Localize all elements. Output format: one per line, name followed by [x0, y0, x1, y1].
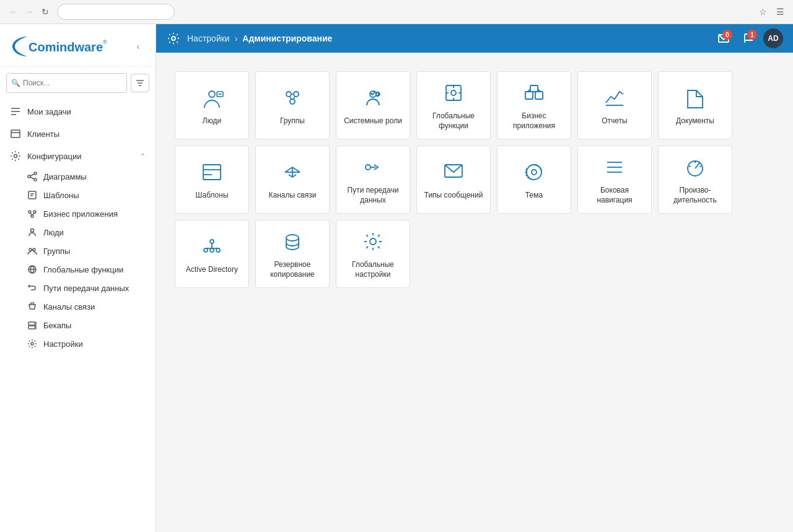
global-functions-icon-small [27, 264, 37, 274]
svg-point-48 [451, 90, 456, 95]
svg-line-74 [700, 166, 702, 167]
card-global-functions[interactable]: Глобальные функции [416, 71, 491, 139]
topbar-right: 0 1 AD [714, 28, 783, 48]
sidebar-logo-area: Comindware ® ‹ [0, 24, 156, 67]
card-reports[interactable]: Отчеты [577, 71, 652, 139]
svg-point-24 [31, 229, 34, 232]
sidebar-sub-label-backups: Бекапы [43, 321, 146, 330]
search-wrapper: 🔍 [6, 73, 127, 93]
sidebar-item-configurations[interactable]: Конфигурации ⌃ [0, 145, 156, 167]
sidebar-item-my-tasks[interactable]: Мои задачи [0, 100, 156, 123]
sidebar-sub-label-settings: Настройки [43, 339, 146, 349]
svg-point-31 [34, 323, 35, 325]
sidebar-item-clients[interactable]: Клиенты [0, 123, 156, 145]
forward-button[interactable]: → [22, 5, 36, 19]
svg-point-40 [294, 92, 299, 97]
sidebar-sub-item-groups[interactable]: Группы [27, 242, 156, 260]
main-content: Люди [156, 53, 793, 532]
sidebar-sub-label-business-apps: Бизнес приложения [43, 209, 146, 219]
system-roles-card-icon [359, 84, 387, 111]
card-channels[interactable]: Каналы связи [255, 146, 330, 214]
sidebar-sub-label-diagrams: Диаграммы [43, 172, 146, 181]
card-label-performance: Произво-дительность [664, 186, 727, 205]
card-label-channels: Каналы связи [269, 191, 317, 201]
templates-icon-small [27, 190, 37, 200]
card-people[interactable]: Люди [175, 71, 249, 139]
card-label-global-functions: Глобальные функции [422, 111, 485, 131]
card-performance[interactable]: Произво-дительность [658, 146, 732, 214]
sidebar-collapse-button[interactable]: ‹ [131, 39, 146, 54]
card-theme[interactable]: Тема [497, 146, 571, 214]
sidebar-sub-item-business-apps[interactable]: Бизнес приложения [27, 204, 156, 223]
search-input[interactable] [6, 73, 127, 93]
sidebar-sub-item-settings[interactable]: Настройки [27, 334, 156, 353]
card-templates[interactable]: Шаблоны [175, 146, 249, 214]
data-routes-card-icon [359, 154, 387, 181]
address-bar[interactable] [57, 4, 175, 20]
reports-card-icon [601, 84, 628, 111]
sidebar-sub-label-global-functions: Глобальные функции [43, 265, 146, 274]
svg-rect-53 [525, 92, 533, 99]
svg-point-10 [14, 155, 17, 158]
card-documents[interactable]: Документы [658, 71, 732, 139]
my-tasks-icon [10, 106, 21, 117]
groups-card-icon [279, 84, 306, 111]
sidebar-sub-item-data-routes[interactable]: Пути передачи данных [27, 279, 156, 297]
sidebar-sub-item-diagrams[interactable]: Диаграммы [27, 167, 156, 186]
backups-icon-small [27, 320, 37, 330]
sidebar-sub-item-backups[interactable]: Бекапы [27, 316, 156, 334]
card-label-active-directory: Active Directory [186, 265, 238, 275]
svg-point-34 [172, 37, 175, 40]
card-active-directory[interactable]: Active Directory [175, 220, 249, 288]
svg-rect-16 [28, 191, 36, 199]
nav-sub-configurations: Диаграммы Шаблоны Бизнес приложения Люди [0, 167, 156, 353]
settings-gear-icon [167, 32, 180, 45]
card-global-settings[interactable]: Глобальные настройки [336, 220, 410, 288]
svg-point-39 [286, 92, 291, 97]
logo: Comindware ® [10, 34, 109, 59]
flag-button[interactable]: 1 [738, 28, 758, 48]
svg-text:Comindware: Comindware [28, 40, 103, 54]
performance-card-icon [681, 154, 709, 181]
card-label-sidebar-nav: Боковая навигация [583, 186, 646, 205]
sidebar-sub-item-templates[interactable]: Шаблоны [27, 186, 156, 204]
user-avatar[interactable]: AD [763, 28, 783, 48]
grid-row-3: Active Directory Резервное копирование [175, 220, 774, 288]
sidebar-sub-item-people[interactable]: Люди [27, 223, 156, 242]
grid-row-2: Шаблоны Каналы связи [175, 146, 774, 214]
breadcrumb-settings[interactable]: Настройки [187, 33, 230, 43]
card-business-apps[interactable]: Бизнес приложения [497, 71, 571, 139]
card-message-types[interactable]: Типы сообщений [416, 146, 491, 214]
svg-point-20 [33, 211, 36, 213]
diagrams-icon [27, 172, 37, 181]
menu-button[interactable]: ☰ [773, 5, 787, 19]
svg-point-19 [28, 211, 31, 213]
card-backup[interactable]: Резервное копирование [255, 220, 330, 288]
sidebar-sub-item-global-functions[interactable]: Глобальные функции [27, 260, 156, 279]
mail-button[interactable]: 0 [714, 28, 734, 48]
card-groups[interactable]: Группы [255, 71, 330, 139]
admin-grid: Люди [175, 65, 774, 288]
configurations-chevron: ⌃ [140, 152, 146, 160]
svg-line-15 [30, 177, 34, 179]
svg-rect-55 [530, 85, 538, 92]
svg-point-21 [31, 215, 33, 217]
browser-nav-buttons: ← → ↻ [6, 5, 52, 19]
card-label-backup: Резервное копирование [261, 260, 324, 279]
svg-line-75 [689, 166, 691, 167]
bookmark-button[interactable]: ☆ [756, 5, 769, 19]
svg-point-67 [532, 170, 537, 175]
reload-button[interactable]: ↻ [38, 5, 52, 19]
search-filter-button[interactable] [131, 74, 149, 92]
card-data-routes[interactable]: Пути передачи данных [336, 146, 410, 214]
card-label-theme: Тема [525, 191, 543, 201]
sidebar-sub-label-channels: Каналы связи [43, 302, 146, 312]
svg-line-23 [32, 213, 35, 215]
sidebar-sub-item-channels[interactable]: Каналы связи [27, 297, 156, 316]
card-sidebar-nav[interactable]: Боковая навигация [577, 146, 652, 214]
card-system-roles[interactable]: Системные роли [336, 71, 410, 139]
back-button[interactable]: ← [6, 5, 20, 19]
comindware-logo-svg: Comindware ® [10, 34, 109, 59]
sidebar: Comindware ® ‹ 🔍 [0, 24, 156, 532]
address-bar-wrapper: 🔍 [57, 4, 751, 20]
